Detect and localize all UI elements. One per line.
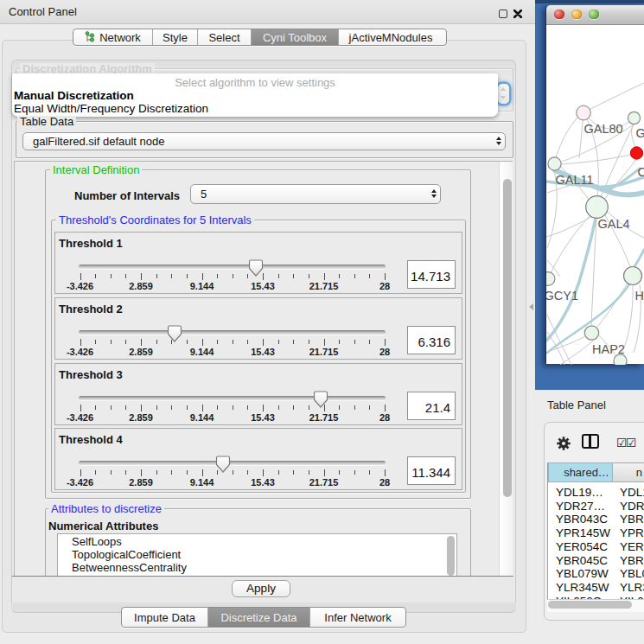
svg-text:GAL4: GAL4 — [598, 217, 630, 231]
svg-text:GAL11: GAL11 — [556, 173, 594, 187]
svg-text:GA: GA — [636, 126, 644, 140]
svg-text:GAL80: GAL80 — [584, 122, 623, 136]
svg-text:GCY1: GCY1 — [546, 289, 578, 303]
svg-text:H: H — [635, 289, 644, 303]
svg-text:HAP2: HAP2 — [592, 342, 625, 356]
svg-text:C: C — [638, 165, 644, 179]
